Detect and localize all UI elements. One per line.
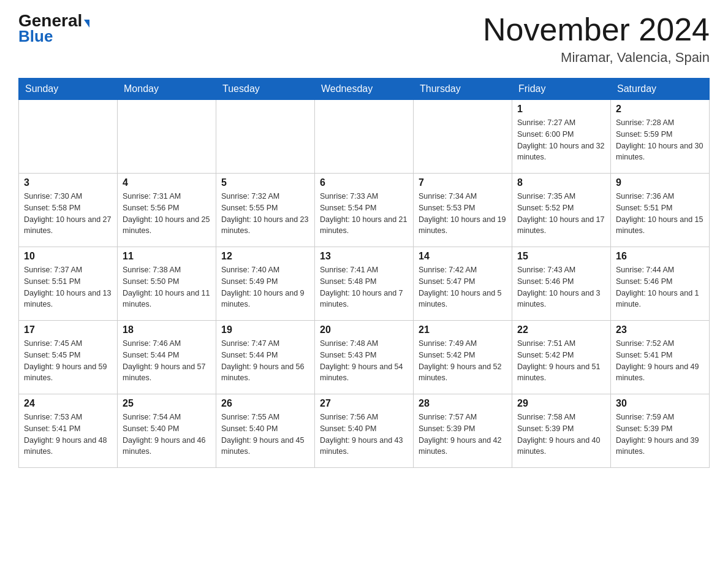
calendar-cell: 1Sunrise: 7:27 AM Sunset: 6:00 PM Daylig… — [512, 100, 611, 174]
calendar-cell: 20Sunrise: 7:48 AM Sunset: 5:43 PM Dayli… — [315, 321, 414, 394]
day-info: Sunrise: 7:36 AM Sunset: 5:51 PM Dayligh… — [616, 191, 704, 237]
calendar-cell: 24Sunrise: 7:53 AM Sunset: 5:41 PM Dayli… — [19, 394, 118, 468]
day-number: 5 — [221, 177, 309, 188]
day-number: 6 — [320, 177, 408, 188]
calendar-cell: 6Sunrise: 7:33 AM Sunset: 5:54 PM Daylig… — [315, 174, 414, 247]
day-number: 14 — [419, 251, 507, 262]
day-number: 12 — [221, 251, 309, 262]
day-info: Sunrise: 7:30 AM Sunset: 5:58 PM Dayligh… — [24, 191, 112, 237]
calendar-week-3: 10Sunrise: 7:37 AM Sunset: 5:51 PM Dayli… — [19, 247, 710, 321]
day-info: Sunrise: 7:46 AM Sunset: 5:44 PM Dayligh… — [123, 338, 211, 384]
day-info: Sunrise: 7:57 AM Sunset: 5:39 PM Dayligh… — [419, 412, 507, 458]
day-number: 21 — [419, 324, 507, 335]
calendar-cell: 5Sunrise: 7:32 AM Sunset: 5:55 PM Daylig… — [216, 174, 315, 247]
calendar-cell: 15Sunrise: 7:43 AM Sunset: 5:46 PM Dayli… — [512, 247, 611, 321]
day-number: 18 — [123, 324, 211, 335]
calendar-cell: 8Sunrise: 7:35 AM Sunset: 5:52 PM Daylig… — [512, 174, 611, 247]
day-number: 2 — [616, 104, 704, 115]
calendar-cell: 21Sunrise: 7:49 AM Sunset: 5:42 PM Dayli… — [414, 321, 512, 394]
title-section: November 2024 Miramar, Valencia, Spain — [483, 12, 710, 66]
logo-blue: Blue — [18, 27, 53, 46]
logo: General Blue — [18, 12, 89, 46]
day-number: 30 — [616, 398, 704, 409]
day-number: 8 — [517, 177, 605, 188]
day-info: Sunrise: 7:44 AM Sunset: 5:46 PM Dayligh… — [616, 264, 704, 310]
calendar-cell: 18Sunrise: 7:46 AM Sunset: 5:44 PM Dayli… — [118, 321, 216, 394]
calendar-cell: 28Sunrise: 7:57 AM Sunset: 5:39 PM Dayli… — [414, 394, 512, 468]
calendar-week-4: 17Sunrise: 7:45 AM Sunset: 5:45 PM Dayli… — [19, 321, 710, 394]
day-info: Sunrise: 7:53 AM Sunset: 5:41 PM Dayligh… — [24, 412, 112, 458]
day-info: Sunrise: 7:47 AM Sunset: 5:44 PM Dayligh… — [221, 338, 309, 384]
day-number: 3 — [24, 177, 112, 188]
day-info: Sunrise: 7:51 AM Sunset: 5:42 PM Dayligh… — [517, 338, 605, 384]
day-info: Sunrise: 7:55 AM Sunset: 5:40 PM Dayligh… — [221, 412, 309, 458]
calendar-cell: 4Sunrise: 7:31 AM Sunset: 5:56 PM Daylig… — [118, 174, 216, 247]
day-info: Sunrise: 7:27 AM Sunset: 6:00 PM Dayligh… — [517, 117, 605, 163]
day-info: Sunrise: 7:35 AM Sunset: 5:52 PM Dayligh… — [517, 191, 605, 237]
page-header: General Blue November 2024 Miramar, Vale… — [18, 12, 710, 66]
calendar-week-2: 3Sunrise: 7:30 AM Sunset: 5:58 PM Daylig… — [19, 174, 710, 247]
calendar-cell: 7Sunrise: 7:34 AM Sunset: 5:53 PM Daylig… — [414, 174, 512, 247]
day-number: 25 — [123, 398, 211, 409]
calendar-cell: 27Sunrise: 7:56 AM Sunset: 5:40 PM Dayli… — [315, 394, 414, 468]
location: Miramar, Valencia, Spain — [483, 50, 710, 66]
day-info: Sunrise: 7:40 AM Sunset: 5:49 PM Dayligh… — [221, 264, 309, 310]
weekday-header-friday: Friday — [512, 79, 611, 100]
day-info: Sunrise: 7:32 AM Sunset: 5:55 PM Dayligh… — [221, 191, 309, 237]
month-title: November 2024 — [483, 12, 710, 47]
day-number: 11 — [123, 251, 211, 262]
calendar-cell: 12Sunrise: 7:40 AM Sunset: 5:49 PM Dayli… — [216, 247, 315, 321]
calendar-cell: 29Sunrise: 7:58 AM Sunset: 5:39 PM Dayli… — [512, 394, 611, 468]
day-number: 4 — [123, 177, 211, 188]
day-number: 13 — [320, 251, 408, 262]
day-number: 29 — [517, 398, 605, 409]
day-number: 20 — [320, 324, 408, 335]
day-info: Sunrise: 7:28 AM Sunset: 5:59 PM Dayligh… — [616, 117, 704, 163]
calendar-cell: 30Sunrise: 7:59 AM Sunset: 5:39 PM Dayli… — [611, 394, 710, 468]
day-number: 1 — [517, 104, 605, 115]
calendar-cell: 13Sunrise: 7:41 AM Sunset: 5:48 PM Dayli… — [315, 247, 414, 321]
calendar-cell: 14Sunrise: 7:42 AM Sunset: 5:47 PM Dayli… — [414, 247, 512, 321]
calendar-week-5: 24Sunrise: 7:53 AM Sunset: 5:41 PM Dayli… — [19, 394, 710, 468]
day-number: 9 — [616, 177, 704, 188]
weekday-header-thursday: Thursday — [414, 79, 512, 100]
calendar-cell: 17Sunrise: 7:45 AM Sunset: 5:45 PM Dayli… — [19, 321, 118, 394]
day-info: Sunrise: 7:45 AM Sunset: 5:45 PM Dayligh… — [24, 338, 112, 384]
day-info: Sunrise: 7:43 AM Sunset: 5:46 PM Dayligh… — [517, 264, 605, 310]
day-info: Sunrise: 7:54 AM Sunset: 5:40 PM Dayligh… — [123, 412, 211, 458]
weekday-header-sunday: Sunday — [19, 79, 118, 100]
calendar-cell: 25Sunrise: 7:54 AM Sunset: 5:40 PM Dayli… — [118, 394, 216, 468]
calendar-cell: 26Sunrise: 7:55 AM Sunset: 5:40 PM Dayli… — [216, 394, 315, 468]
weekday-header-monday: Monday — [118, 79, 216, 100]
day-info: Sunrise: 7:49 AM Sunset: 5:42 PM Dayligh… — [419, 338, 507, 384]
day-info: Sunrise: 7:59 AM Sunset: 5:39 PM Dayligh… — [616, 412, 704, 458]
calendar-cell — [216, 100, 315, 174]
day-number: 27 — [320, 398, 408, 409]
weekday-header-tuesday: Tuesday — [216, 79, 315, 100]
day-info: Sunrise: 7:33 AM Sunset: 5:54 PM Dayligh… — [320, 191, 408, 237]
day-number: 10 — [24, 251, 112, 262]
day-info: Sunrise: 7:31 AM Sunset: 5:56 PM Dayligh… — [123, 191, 211, 237]
calendar-cell — [414, 100, 512, 174]
day-info: Sunrise: 7:42 AM Sunset: 5:47 PM Dayligh… — [419, 264, 507, 310]
calendar-table: SundayMondayTuesdayWednesdayThursdayFrid… — [18, 78, 710, 468]
day-info: Sunrise: 7:38 AM Sunset: 5:50 PM Dayligh… — [123, 264, 211, 310]
day-number: 28 — [419, 398, 507, 409]
day-number: 15 — [517, 251, 605, 262]
day-number: 7 — [419, 177, 507, 188]
weekday-header-row: SundayMondayTuesdayWednesdayThursdayFrid… — [19, 79, 710, 100]
day-number: 24 — [24, 398, 112, 409]
day-number: 23 — [616, 324, 704, 335]
day-info: Sunrise: 7:48 AM Sunset: 5:43 PM Dayligh… — [320, 338, 408, 384]
calendar-cell: 22Sunrise: 7:51 AM Sunset: 5:42 PM Dayli… — [512, 321, 611, 394]
day-info: Sunrise: 7:41 AM Sunset: 5:48 PM Dayligh… — [320, 264, 408, 310]
calendar-cell: 23Sunrise: 7:52 AM Sunset: 5:41 PM Dayli… — [611, 321, 710, 394]
day-info: Sunrise: 7:52 AM Sunset: 5:41 PM Dayligh… — [616, 338, 704, 384]
weekday-header-saturday: Saturday — [611, 79, 710, 100]
day-info: Sunrise: 7:56 AM Sunset: 5:40 PM Dayligh… — [320, 412, 408, 458]
calendar-cell: 2Sunrise: 7:28 AM Sunset: 5:59 PM Daylig… — [611, 100, 710, 174]
calendar-cell — [315, 100, 414, 174]
calendar-cell — [118, 100, 216, 174]
day-number: 19 — [221, 324, 309, 335]
calendar-cell: 10Sunrise: 7:37 AM Sunset: 5:51 PM Dayli… — [19, 247, 118, 321]
